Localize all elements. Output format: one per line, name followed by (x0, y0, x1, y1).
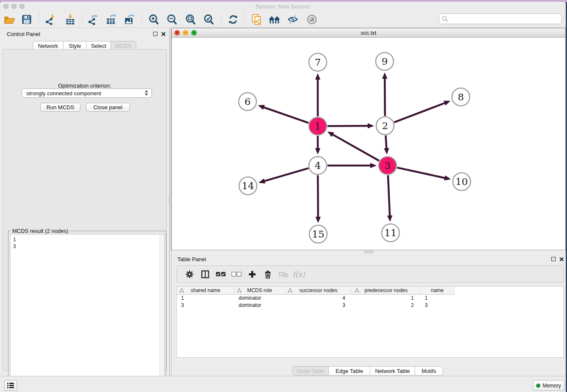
graph-edge-1-4[interactable] (315, 136, 320, 155)
node-table[interactable]: shared nameMCDS rolesuccessor nodesprede… (176, 286, 564, 358)
mcds-result-box[interactable]: 13 (10, 234, 165, 387)
tab-node-table[interactable]: Node Table (292, 366, 329, 375)
graph-node-15[interactable]: 15 (309, 225, 327, 243)
import-network-icon[interactable] (43, 12, 57, 27)
column-header-predecessor-nodes[interactable]: predecessor nodes (352, 287, 421, 295)
graph-node-3[interactable]: 3 (379, 157, 396, 174)
table-cell[interactable]: dominator (234, 302, 285, 309)
column-visibility-icon[interactable] (198, 268, 212, 281)
table-panel-tabs: Node TableEdge TableNetwork TableMotifs (292, 366, 443, 375)
select-all-checkboxes-icon[interactable] (214, 268, 228, 281)
network-canvas[interactable]: 7968124314101511 (172, 38, 565, 250)
graph-node-10[interactable]: 10 (453, 173, 471, 190)
dropdown-stepper-icon (145, 90, 148, 96)
graph-node-2[interactable]: 2 (376, 117, 394, 135)
graph-node-11[interactable]: 11 (382, 224, 399, 242)
graph-node-1[interactable]: 1 (309, 117, 327, 135)
table-cell[interactable]: 3 (177, 302, 234, 309)
export-network-icon[interactable] (85, 12, 100, 27)
graph-node-4[interactable]: 4 (309, 157, 327, 174)
float-panel-icon[interactable] (153, 32, 157, 36)
graph-edge-3-10[interactable] (397, 168, 451, 180)
zoom-out-icon[interactable] (165, 12, 179, 27)
table-close-icon[interactable]: ✕ (559, 257, 564, 262)
graph-edge-4-3[interactable] (328, 163, 377, 168)
table-cell[interactable]: 1 (352, 295, 421, 302)
add-column-icon[interactable] (245, 268, 259, 281)
home-layout-icon[interactable] (267, 12, 282, 27)
table-float-icon[interactable] (551, 257, 556, 261)
sort-hierarchy-icon (288, 288, 292, 294)
result-scrollbar[interactable] (160, 235, 164, 387)
zoom-fit-icon[interactable] (183, 12, 198, 27)
close-panel-icon[interactable]: ✕ (161, 32, 166, 36)
delete-column-icon[interactable] (261, 268, 275, 281)
close-panel-button[interactable]: Close panel (86, 103, 130, 112)
save-session-icon[interactable] (19, 12, 34, 27)
table-cell[interactable]: 4 (285, 295, 352, 302)
svg-text:7: 7 (315, 57, 321, 68)
graph-edge-2-9[interactable] (382, 72, 387, 116)
graph-edge-3-11[interactable] (387, 175, 392, 222)
graph-edge-2-8[interactable] (394, 101, 451, 122)
horizontal-splitter[interactable] (171, 250, 566, 254)
criterion-dropdown[interactable]: strongly connected component (22, 88, 152, 98)
status-bar: Memory (0, 376, 566, 392)
table-cell[interactable]: 1 (421, 295, 454, 302)
run-mcds-button[interactable]: Run MCDS (40, 103, 80, 112)
table-cell[interactable]: 3 (285, 302, 352, 309)
table-toolbar: f(x) (176, 265, 564, 283)
tab-edge-table[interactable]: Edge Table (329, 366, 370, 375)
graph-node-14[interactable]: 14 (239, 177, 257, 195)
zoom-in-icon[interactable] (146, 12, 161, 27)
show-panels-icon[interactable] (305, 12, 319, 27)
table-cell[interactable]: dominator (234, 295, 285, 302)
table-row[interactable]: 1dominator411 (177, 295, 563, 302)
table-cell[interactable]: 3 (421, 302, 454, 309)
graph-edge-2-3[interactable] (384, 135, 389, 155)
graph-edge-1-2[interactable] (328, 123, 374, 128)
memory-button[interactable]: Memory (533, 380, 564, 391)
memory-status-icon (536, 384, 540, 388)
clone-network-icon[interactable] (249, 12, 264, 27)
deselect-all-checkboxes-icon[interactable] (230, 268, 243, 281)
criterion-dropdown-value: strongly connected component (26, 90, 101, 97)
window-titlebar[interactable]: Session: New Session (0, 2, 566, 11)
settings-gear-icon[interactable] (183, 268, 196, 281)
zoom-selected-icon[interactable] (201, 12, 216, 27)
export-table-icon[interactable] (104, 12, 118, 27)
graph-node-6[interactable]: 6 (239, 93, 256, 110)
tab-motifs[interactable]: Motifs (415, 366, 443, 375)
horizontal-splitter-handle[interactable] (364, 251, 373, 253)
network-window-title: scc.txt (172, 30, 565, 36)
column-header-MCDS-role[interactable]: MCDS role (234, 287, 285, 295)
export-image-icon[interactable] (122, 12, 137, 27)
graph-edge-1-7[interactable] (315, 73, 320, 116)
graph-edge-1-6[interactable] (258, 105, 309, 123)
task-history-button[interactable] (4, 380, 17, 391)
sort-hierarchy-icon (355, 288, 359, 294)
hide-panels-icon[interactable] (286, 12, 300, 27)
tab-network-table[interactable]: Network Table (370, 366, 415, 375)
network-window-titlebar[interactable]: ✕ − ＋ scc.txt (172, 28, 565, 38)
open-session-icon[interactable] (2, 12, 17, 27)
graph-edge-4-15[interactable] (316, 175, 321, 223)
column-header-shared-name[interactable]: shared name (177, 287, 234, 295)
refresh-view-icon[interactable] (226, 12, 240, 27)
control-panel: Control Panel ✕ NetworkStyleSelectMCDS O… (0, 28, 169, 376)
graph-node-8[interactable]: 8 (452, 88, 470, 106)
table-row[interactable]: 3dominator323 (177, 302, 563, 309)
graph-node-7[interactable]: 7 (309, 53, 327, 71)
graph-edge-4-14[interactable] (259, 168, 308, 183)
import-table-icon[interactable] (63, 12, 77, 27)
graph-node-9[interactable]: 9 (376, 52, 394, 70)
graph-edge-3-1[interactable] (328, 132, 379, 161)
column-header-name[interactable]: name (421, 287, 454, 295)
svg-text:2: 2 (382, 120, 388, 131)
search-input[interactable] (439, 14, 562, 24)
table-cell[interactable]: 2 (352, 302, 421, 309)
svg-text:3: 3 (385, 160, 391, 171)
column-header-successor-nodes[interactable]: successor nodes (285, 287, 352, 295)
table-cell[interactable]: 1 (177, 295, 234, 302)
table-panel: Table Panel ✕ (171, 254, 566, 376)
